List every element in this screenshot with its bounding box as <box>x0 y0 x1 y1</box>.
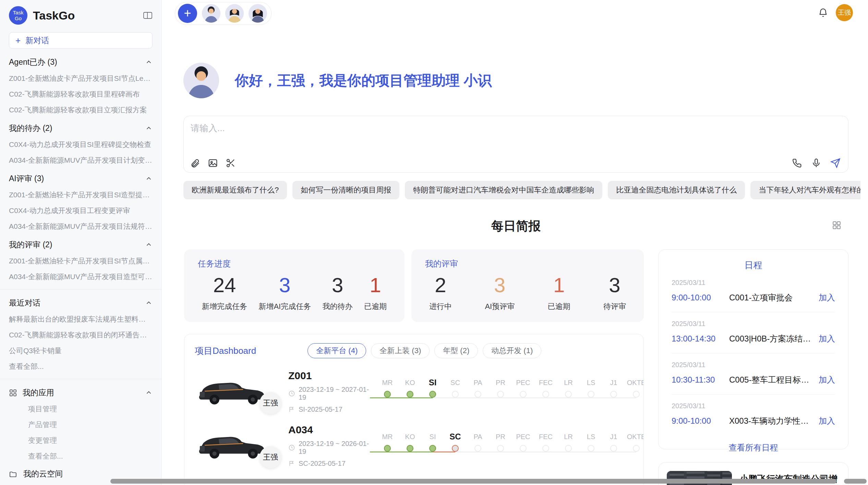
milestone: PEC <box>512 431 534 460</box>
phone-call-icon[interactable] <box>792 158 802 168</box>
chevron-up-icon[interactable] <box>145 241 153 249</box>
sidebar-section-title: AI评审 (3) <box>9 173 44 184</box>
dashboard-tab[interactable]: 动总开发 (1) <box>483 343 541 358</box>
sidebar-item[interactable]: C02-飞腾新能源轻客改款项目的闭环通告反馈情况 <box>9 330 153 340</box>
sidebar-item[interactable]: C0X4-动力总成开发项目SI里程碑提交物检查 <box>9 140 153 149</box>
suggestion-chip[interactable]: 当下年轻人对汽车外观有怎样的喜好趋势 <box>750 181 860 199</box>
send-icon[interactable] <box>830 158 841 168</box>
owner-badge: 王强 <box>260 446 281 468</box>
project-info: A034 2023-12-19 ~ 2026-01-19 SC-2025-05-… <box>288 424 373 468</box>
sidebar-item[interactable]: 解释最新出台的欧盟报废车法规再生塑料比例被调至15%... <box>9 314 153 324</box>
stat-block: 2 进行中 <box>429 274 452 312</box>
sidebar-item[interactable]: A034-全新新能源MUV产品开发项目计划变更表编写 <box>9 156 153 165</box>
sidebar-item[interactable]: 查看全部... <box>28 451 153 461</box>
stat-label: 已逾期 <box>364 301 387 312</box>
suggestion-chip[interactable]: 比亚迪全固态电池计划具体说了什么 <box>608 181 745 199</box>
dashboard-tab[interactable]: 全新平台 (4) <box>308 343 366 358</box>
stat-label: 待评审 <box>603 301 626 312</box>
sidebar-item[interactable]: 查看全部... <box>9 362 153 371</box>
join-meeting-button[interactable]: 加入 <box>819 374 835 385</box>
stat-label: 我的待办 <box>323 301 353 312</box>
chevron-up-icon[interactable] <box>145 175 153 183</box>
chevron-up-icon[interactable] <box>145 389 153 397</box>
sidebar: Task Go TaskGo + 新对话 Agent已办 (3) Z001-全新… <box>0 0 162 485</box>
sidebar-section: Agent已办 (3) Z001-全新燃油皮卡产品开发项目SI节点Lesson … <box>9 57 153 115</box>
schedule-entry-time: 9:00-10:00 <box>672 416 729 426</box>
attachment-icon[interactable] <box>190 158 200 168</box>
chevron-up-icon[interactable] <box>145 125 153 132</box>
project-car-image: 王强 <box>194 372 271 411</box>
sidebar-item[interactable]: 项目管理 <box>28 404 153 414</box>
schedule-entry-title: C001-立项审批会 <box>729 292 814 303</box>
schedule-entry: 2025/03/11 9:00-10:00 C001-立项审批会 加入 <box>672 271 835 312</box>
sidebar-item[interactable]: C02-飞腾新能源轻客改款项目立项汇报方案 <box>9 105 153 115</box>
suggestion-chip[interactable]: 欧洲新规最近颁布了什么? <box>183 181 287 199</box>
schedule-entry-title: X003-车辆动力学性能验... <box>729 415 814 426</box>
sidebar-item-my-cloud[interactable]: 我的云空间 <box>9 469 153 479</box>
milestone-dot <box>542 391 549 398</box>
notifications-bell-icon[interactable] <box>818 8 828 18</box>
contact-avatar[interactable] <box>202 4 220 23</box>
sidebar-section: 最近对话 解释最新出台的欧盟报废车法规再生塑料比例被调至15%...C02-飞腾… <box>9 298 153 371</box>
project-current-milestone: SI-2025-05-17 <box>299 406 342 413</box>
sidebar-item[interactable]: C02-飞腾新能源轻客改款项目里程碑画布 <box>9 89 153 99</box>
sidebar-item[interactable]: 变更管理 <box>28 436 153 445</box>
sidebar-item[interactable]: A034-全新新能源MUV产品开发项目法规符合性评审 <box>9 222 153 231</box>
chat-input-box[interactable]: 请输入... <box>183 116 848 173</box>
milestone-track: MR KO SI SC PA PR PEC FEC LR LS J1 OKTB <box>376 431 644 460</box>
milestone-label: PEC <box>512 431 534 442</box>
schedule-entry-title: C003|H0B-方案冻结评审 <box>729 333 814 344</box>
taskgo-logo: Task Go <box>9 6 27 25</box>
project-row[interactable]: 王强 A034 2023-12-19 ~ 2026-01-19 SC-2025-… <box>184 419 643 473</box>
contact-avatar[interactable] <box>225 4 244 23</box>
schedule-entry-date: 2025/03/11 <box>672 320 835 328</box>
image-icon[interactable] <box>208 158 218 168</box>
scissors-icon[interactable] <box>226 158 236 168</box>
logo-line1: Task <box>13 10 24 15</box>
join-meeting-button[interactable]: 加入 <box>819 415 835 426</box>
microphone-icon[interactable] <box>811 158 821 168</box>
sidebar-item[interactable]: 公司Q3轻卡销量 <box>9 346 153 356</box>
schedule-entry-date: 2025/03/11 <box>672 361 835 369</box>
new-chat-button[interactable]: + 新对话 <box>9 32 153 49</box>
sidebar-item[interactable]: 产品管理 <box>28 420 153 430</box>
user-avatar[interactable]: 王强 <box>836 4 853 21</box>
milestone-dot <box>633 445 640 452</box>
stat-value: 24 <box>202 274 247 297</box>
sidebar-item[interactable]: Z001-全新燃油轻卡产品开发项目SI节点属性5D文件评审 <box>9 256 153 266</box>
sidebar-item[interactable]: Z001-全新燃油皮卡产品开发项目SI节点Lesson Learn报告 <box>9 74 153 83</box>
flag-icon <box>288 460 295 467</box>
join-meeting-button[interactable]: 加入 <box>819 292 835 303</box>
schedule-entry-date: 2025/03/11 <box>672 402 835 410</box>
horizontal-scrollbar-segment[interactable] <box>844 479 867 484</box>
milestone: LS <box>580 377 602 406</box>
schedule-entry: 2025/03/11 9:00-10:00 X003-车辆动力学性能验... 加… <box>672 395 835 435</box>
suggestion-chip[interactable]: 如何写一份清晰的项目周报 <box>292 181 399 199</box>
project-row[interactable]: 王强 Z001 2023-12-19 ~ 2027-01-19 SI-2025-… <box>184 364 643 419</box>
milestone-dot <box>542 445 549 452</box>
milestone-dot <box>384 391 391 398</box>
add-conversation-button[interactable]: + <box>178 4 197 23</box>
layout-grid-icon[interactable] <box>832 221 841 229</box>
project-current-milestone: SC-2025-05-17 <box>299 460 346 468</box>
dashboard-tab[interactable]: 全新上装 (3) <box>371 343 430 358</box>
milestone-label: SI <box>421 377 444 388</box>
suggestion-chip[interactable]: 特朗普可能对进口汽车增税会对中国车企造成哪些影响 <box>405 181 602 199</box>
milestone: LS <box>580 431 602 460</box>
dashboard-tab[interactable]: 年型 (2) <box>434 343 478 358</box>
join-meeting-button[interactable]: 加入 <box>819 333 835 344</box>
horizontal-scrollbar[interactable] <box>110 479 836 484</box>
chevron-up-icon[interactable] <box>145 59 153 66</box>
collapse-sidebar-icon[interactable] <box>143 11 153 20</box>
chevron-up-icon[interactable] <box>145 299 153 307</box>
sidebar-section-title: 我的待办 (2) <box>9 123 52 134</box>
sidebar-item[interactable]: C0X4-动力总成开发项目工程变更评审 <box>9 206 153 215</box>
milestone-dot <box>565 391 572 398</box>
milestone-dot <box>407 445 413 452</box>
greeting-text: 你好，王强，我是你的项目管理助理 小识 <box>235 71 492 90</box>
sidebar-item[interactable]: A034-全新新能源MUV产品开发项目造型可行性评审 <box>9 272 153 282</box>
contact-avatar[interactable] <box>249 4 267 23</box>
view-all-schedule-link[interactable]: 查看所有日程 <box>672 435 835 460</box>
milestone: SI <box>421 431 444 460</box>
sidebar-item[interactable]: Z001-全新燃油轻卡产品开发项目SI造型提交物评审 <box>9 190 153 200</box>
